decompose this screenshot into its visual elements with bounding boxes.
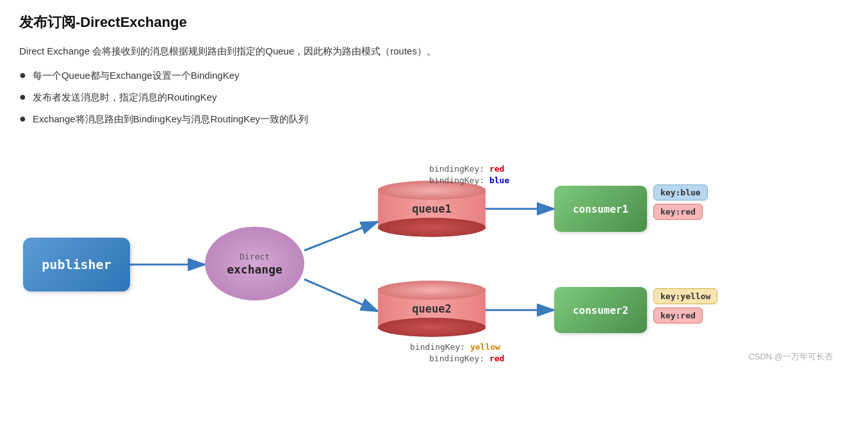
key-badge-red1: key:red (653, 204, 703, 220)
queue2-container: queue2 (378, 281, 486, 337)
svg-line-3 (304, 279, 378, 311)
key-badge-blue: key:blue (653, 184, 708, 201)
queue1-cylinder: queue1 (378, 181, 486, 237)
description-text: Direct Exchange 会将接收到的消息根据规则路由到指定的Queue，… (19, 44, 849, 59)
bullet-item-2: 发布者发送消息时，指定消息的RoutingKey (19, 90, 849, 105)
bk-queue2-yellow: bindingKey: yellow (410, 342, 500, 352)
bullet-item-1: 每一个Queue都与Exchange设置一个BindingKey (19, 68, 849, 83)
consumer2-label: consumer2 (573, 304, 628, 316)
svg-line-2 (304, 222, 378, 250)
bullet-item-3: Exchange将消息路由到BindingKey与消息RoutingKey一致的… (19, 111, 849, 127)
queue2-label: queue2 (378, 281, 486, 337)
bk-queue2-red: bindingKey: red (429, 354, 504, 363)
consumer2-box: consumer2 (554, 287, 647, 333)
queue1-label: queue1 (378, 181, 486, 237)
consumer1-box: consumer1 (554, 186, 647, 232)
exchange-top-label: Direct (240, 252, 270, 261)
watermark: CSDN @一万年可长否 (748, 351, 833, 363)
consumer1-label: consumer1 (573, 203, 628, 215)
key-badge-red2: key:red (653, 307, 703, 323)
queue2-cylinder: queue2 (378, 281, 486, 337)
publisher-box: publisher (23, 238, 130, 291)
bullet-list: 每一个Queue都与Exchange设置一个BindingKey 发布者发送消息… (19, 68, 849, 127)
bk-queue1-red: bindingKey: red (429, 164, 504, 174)
queue1-container: queue1 (378, 181, 486, 237)
exchange-box: Direct exchange (205, 227, 304, 300)
diagram: publisher Direct exchange queue1 queue2 … (19, 138, 846, 369)
publisher-label: publisher (42, 257, 111, 272)
key-badge-yellow: key:yellow (653, 288, 717, 304)
page-title: 发布订阅-DirectExchange (19, 13, 849, 32)
exchange-main-label: exchange (227, 263, 283, 276)
